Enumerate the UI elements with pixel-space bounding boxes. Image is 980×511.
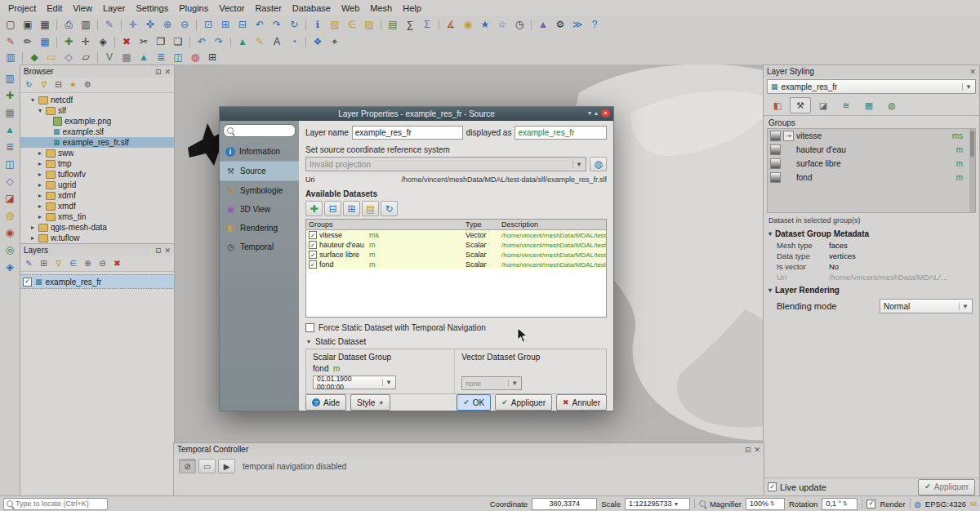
add-dataset-button[interactable]: ✚: [305, 201, 323, 216]
map-tips-button[interactable]: ◉: [460, 18, 476, 32]
dialog-tab-temporal[interactable]: ◷Temporal: [220, 238, 299, 256]
browser-filter-button[interactable]: ∇: [37, 79, 51, 91]
open-data-source-manager-button[interactable]: ▥: [2, 71, 18, 86]
collapse-icon[interactable]: ▾: [37, 107, 43, 114]
zoom-to-selection-button[interactable]: ⊞: [217, 18, 234, 32]
expand-icon[interactable]: ▸: [37, 202, 43, 210]
expand-all-button[interactable]: ⊕: [81, 258, 95, 270]
dialog-title-bar[interactable]: Layer Properties - example_res_fr - Sour…: [220, 107, 613, 121]
ok-button[interactable]: ✔ OK: [457, 394, 491, 411]
new-bookmark-button[interactable]: ★: [477, 18, 493, 32]
menu-mesh[interactable]: Mesh: [365, 2, 397, 14]
dataset-checkbox[interactable]: ✓: [309, 231, 317, 239]
temporal-animated-button[interactable]: ▶: [218, 459, 235, 473]
cancel-button[interactable]: ✖ Annuler: [556, 394, 607, 411]
scrollbar-thumb[interactable]: [970, 131, 974, 157]
float-panel-icon[interactable]: ⊡: [155, 247, 162, 255]
new-shapefile-layer-button[interactable]: ▭: [43, 51, 60, 64]
apply-button[interactable]: ✔ Appliquer: [495, 394, 552, 411]
dataset-checkbox[interactable]: ✓: [309, 251, 317, 259]
menu-view[interactable]: View: [68, 2, 97, 14]
expand-icon[interactable]: ▸: [29, 224, 36, 231]
python-console-button[interactable]: ≫: [569, 18, 586, 32]
expand-icon[interactable]: ▸: [37, 192, 43, 199]
styling-apply-button[interactable]: ✔ Appliquer: [918, 479, 975, 495]
delete-selected-button[interactable]: ✖: [118, 35, 135, 49]
redo-button[interactable]: ↷: [211, 35, 227, 49]
menu-web[interactable]: Web: [336, 2, 364, 14]
displayed-as-field[interactable]: example_res_fr: [514, 126, 607, 140]
styling-settings-tab[interactable]: ⚒: [790, 97, 811, 113]
dataset-checkbox[interactable]: ✓: [309, 241, 317, 249]
help-button[interactable]: ?: [586, 18, 603, 32]
close-panel-icon[interactable]: ✕: [754, 446, 760, 454]
layer-diagrams-button[interactable]: ◔: [286, 35, 302, 49]
zoom-full-button[interactable]: ⊡: [200, 18, 216, 32]
group-row-fond[interactable]: fondm: [768, 171, 975, 184]
add-raster-layer-button[interactable]: ▦: [118, 51, 135, 64]
crs-select[interactable]: Invalid projection ▼: [305, 157, 586, 171]
tree-item-example-res-fr-slf[interactable]: ▦example_res_fr.slf: [20, 137, 174, 148]
select-features-button[interactable]: ▧: [327, 18, 343, 32]
menu-help[interactable]: Help: [398, 2, 426, 14]
zoom-in-button[interactable]: ⊕: [159, 18, 176, 32]
column-header-description[interactable]: Description: [500, 220, 606, 229]
dialog-tab-information[interactable]: iInformation: [220, 142, 299, 161]
styling-averaging-tab[interactable]: ◪: [813, 97, 834, 113]
scrollbar[interactable]: [969, 129, 975, 212]
styling-layer-select[interactable]: ▦ example_res_fr ▼: [767, 79, 976, 94]
float-panel-icon[interactable]: ⊡: [155, 68, 162, 76]
coordinate-field[interactable]: 380,3374: [532, 498, 597, 510]
reload-datasets-button[interactable]: ↻: [381, 201, 398, 216]
tree-item-netcdf[interactable]: ▾netcdf: [20, 95, 174, 105]
dialog-tab-symbologie[interactable]: ✎Symbologie: [220, 181, 299, 200]
magnifier-spinbox[interactable]: 100%⇅: [746, 498, 785, 510]
expand-icon[interactable]: ▸: [29, 234, 36, 242]
deselect-all-button[interactable]: ▨: [361, 18, 377, 32]
add-wms-layer-button[interactable]: ◍: [187, 51, 203, 64]
dialog-search-input[interactable]: [223, 124, 296, 137]
close-panel-icon[interactable]: ✕: [969, 68, 976, 76]
column-header-groups[interactable]: Groups: [306, 220, 466, 229]
dataset-row-hauteur-d-eau[interactable]: ✓hauteur d'eaumScalar/home/vincent/meshD…: [306, 240, 606, 250]
expand-dataset-tree-button[interactable]: ⊞: [343, 201, 360, 216]
processing-toolbox-button[interactable]: ⚙: [552, 18, 568, 32]
layer-labeling-button[interactable]: A: [269, 35, 285, 49]
force-static-checkbox[interactable]: ✓: [305, 323, 314, 332]
add-spatialite-layer-button[interactable]: ◇: [2, 174, 18, 189]
styling-contours-tab[interactable]: ≋: [835, 97, 857, 113]
menu-plugins[interactable]: Plugins: [174, 2, 213, 14]
temporal-fixed-range-button[interactable]: ▭: [198, 459, 216, 473]
zoom-last-button[interactable]: ↶: [252, 18, 268, 32]
new-geopackage-layer-button[interactable]: ◆: [26, 51, 42, 64]
styling-symbology-tab[interactable]: ◧: [767, 97, 788, 113]
show-bookmarks-button[interactable]: ☆: [494, 18, 510, 32]
minimize-icon[interactable]: ▾: [588, 109, 591, 117]
menu-project[interactable]: Project: [3, 2, 41, 14]
tree-item-sww[interactable]: ▸sww: [20, 148, 174, 158]
filter-legend-button[interactable]: ∇: [51, 258, 65, 270]
undo-button[interactable]: ↶: [194, 35, 210, 49]
layer-visibility-checkbox[interactable]: ✓: [23, 278, 32, 287]
temporal-controller-panel-button[interactable]: ◷: [511, 18, 528, 32]
new-spatialite-layer-button[interactable]: ◇: [60, 51, 77, 64]
render-checkbox[interactable]: ✓: [866, 500, 875, 509]
dataset-checkbox[interactable]: ✓: [309, 260, 317, 269]
expand-icon[interactable]: ▸: [37, 181, 43, 189]
add-wcs-layer-button[interactable]: ◎: [2, 242, 18, 257]
menu-settings[interactable]: Settings: [131, 2, 173, 14]
collapse-icon[interactable]: ▾: [29, 96, 36, 104]
zoom-next-button[interactable]: ↷: [269, 18, 285, 32]
add-delimited-text-button[interactable]: ≣: [153, 51, 169, 64]
scalar-display-toggle-icon[interactable]: [770, 158, 781, 169]
float-panel-icon[interactable]: ⊡: [745, 446, 751, 454]
scalar-display-toggle-icon[interactable]: [770, 131, 781, 141]
tree-item-qgis-mesh-data[interactable]: ▸qgis-mesh-data: [20, 222, 174, 233]
add-vector-layer-button[interactable]: ✚: [2, 88, 18, 103]
move-feature-button[interactable]: ✛: [78, 35, 94, 49]
group-row-hauteur-d-eau[interactable]: hauteur d'eaum: [768, 143, 975, 157]
new-temporary-layer-button[interactable]: ▱: [78, 51, 94, 64]
refresh-map-button[interactable]: ↻: [286, 18, 302, 32]
add-mesh-layer-button[interactable]: ▲: [136, 51, 152, 64]
tree-item-slf[interactable]: ▾slf: [20, 105, 174, 116]
